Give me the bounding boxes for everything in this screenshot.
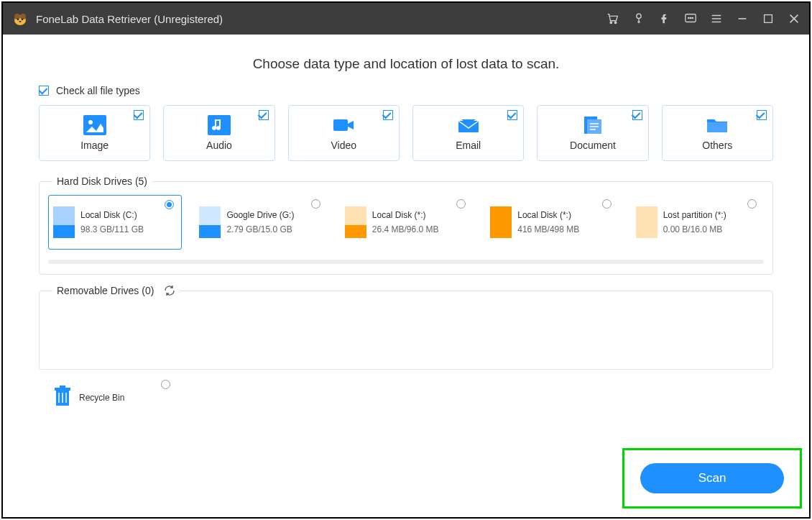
refresh-icon[interactable] (164, 285, 175, 296)
drive-size: 26.4 MB/96.0 MB (372, 224, 439, 234)
drive-size: 2.79 GB/15.0 GB (226, 224, 294, 234)
filetype-checkbox[interactable] (632, 110, 642, 120)
filetype-email[interactable]: Email (412, 105, 524, 161)
svg-point-10 (688, 17, 689, 18)
scrollbar[interactable] (48, 260, 764, 264)
drive-card[interactable]: Local Disk (C:) 98.3 GB/111 GB (48, 195, 182, 250)
drive-card[interactable]: Lost partition (*:) 0.00 B/16.0 MB (632, 195, 764, 250)
drive-card[interactable]: Local Disk (*:) 26.4 MB/96.0 MB (341, 195, 473, 250)
svg-rect-21 (707, 122, 727, 132)
filetype-label: Document (570, 140, 616, 151)
drive-name: Local Disk (C:) (80, 210, 144, 220)
recycle-bin-row[interactable]: Recycle Bin (53, 386, 773, 410)
drive-size: 416 MB/498 MB (517, 224, 579, 234)
drive-card[interactable]: Google Drive (G:) 2.79 GB/15.0 GB (195, 195, 327, 250)
hard-disk-section: Hard Disk Drives (5) Local Disk (C:) 98.… (39, 181, 773, 275)
filetype-others[interactable]: Others (662, 105, 773, 161)
svg-point-3 (17, 19, 19, 20)
removable-legend-text: Removable Drives (0) (57, 285, 154, 296)
removable-section: Removable Drives (0) (39, 291, 773, 370)
filetype-checkbox[interactable] (134, 110, 144, 120)
email-icon (457, 115, 480, 135)
filetype-label: Others (702, 140, 732, 151)
video-icon (332, 115, 355, 135)
drive-radio[interactable] (311, 199, 320, 209)
check-all-checkbox[interactable] (39, 86, 49, 96)
svg-point-15 (88, 120, 93, 124)
minimize-icon[interactable] (736, 12, 749, 25)
feedback-icon[interactable] (684, 12, 697, 25)
drive-size: 98.3 GB/111 GB (80, 224, 144, 234)
menu-icon[interactable] (710, 12, 723, 25)
page-heading: Choose data type and location of lost da… (39, 56, 773, 72)
drive-name: Lost partition (*:) (663, 210, 726, 220)
hard-disk-legend: Hard Disk Drives (5) (52, 175, 152, 187)
drive-icon (199, 206, 221, 238)
image-icon (83, 115, 106, 135)
filetype-audio[interactable]: Audio (163, 105, 274, 161)
filetype-checkbox[interactable] (507, 110, 517, 120)
svg-point-12 (692, 17, 693, 18)
removable-legend: Removable Drives (0) (52, 285, 180, 296)
svg-point-6 (610, 22, 612, 23)
app-logo-icon (11, 10, 29, 27)
filetype-label: Email (456, 140, 481, 151)
facebook-icon[interactable] (658, 12, 671, 25)
svg-point-11 (690, 17, 691, 18)
maximize-icon[interactable] (762, 12, 775, 25)
key-icon[interactable] (632, 12, 645, 25)
drive-icon (636, 206, 658, 238)
filetype-label: Image (80, 140, 109, 151)
recycle-bin-icon (53, 386, 72, 410)
recycle-radio[interactable] (161, 380, 170, 389)
filetype-label: Video (331, 140, 357, 151)
drive-name: Google Drive (G:) (226, 210, 294, 220)
svg-point-8 (637, 14, 641, 18)
window-title: FoneLab Data Retriever (Unregistered) (36, 13, 223, 25)
svg-rect-24 (60, 386, 65, 388)
scan-button-label: Scan (698, 471, 726, 485)
folder-icon (706, 115, 729, 135)
filetype-checkbox[interactable] (259, 110, 269, 120)
scan-button[interactable]: Scan (640, 463, 784, 493)
filetype-label: Audio (206, 140, 232, 151)
svg-point-5 (19, 21, 22, 22)
titlebar: FoneLab Data Retriever (Unregistered) (3, 3, 809, 35)
filetype-checkbox[interactable] (383, 110, 393, 120)
filetype-document[interactable]: Document (537, 105, 648, 161)
filetype-grid: Image Audio Video Email Document (39, 105, 773, 161)
svg-point-7 (614, 22, 616, 23)
document-icon (581, 115, 604, 135)
svg-rect-17 (333, 119, 348, 131)
close-icon[interactable] (788, 12, 801, 25)
drive-icon (490, 206, 512, 238)
drive-size: 0.00 B/16.0 MB (663, 224, 726, 234)
svg-rect-13 (765, 15, 772, 23)
svg-point-1 (14, 14, 20, 19)
drive-name: Local Disk (*:) (372, 210, 439, 220)
drive-radio[interactable] (747, 199, 757, 209)
check-all-label: Check all file types (56, 85, 140, 96)
check-all-row[interactable]: Check all file types (39, 85, 773, 96)
cart-icon[interactable] (606, 12, 619, 25)
drive-name: Local Disk (*:) (517, 210, 579, 220)
drive-icon (345, 206, 366, 238)
filetype-checkbox[interactable] (757, 110, 767, 120)
scan-highlight: Scan (622, 448, 802, 508)
audio-icon (208, 115, 231, 135)
drive-radio[interactable] (602, 199, 612, 209)
drive-icon (53, 206, 75, 238)
drive-radio[interactable] (456, 199, 466, 209)
drive-card[interactable]: Local Disk (*:) 416 MB/498 MB (486, 195, 618, 250)
svg-point-2 (20, 14, 26, 19)
svg-point-4 (22, 19, 23, 20)
recycle-label: Recycle Bin (79, 393, 124, 403)
drive-radio[interactable] (165, 200, 174, 209)
filetype-image[interactable]: Image (39, 105, 150, 161)
filetype-video[interactable]: Video (288, 105, 400, 161)
